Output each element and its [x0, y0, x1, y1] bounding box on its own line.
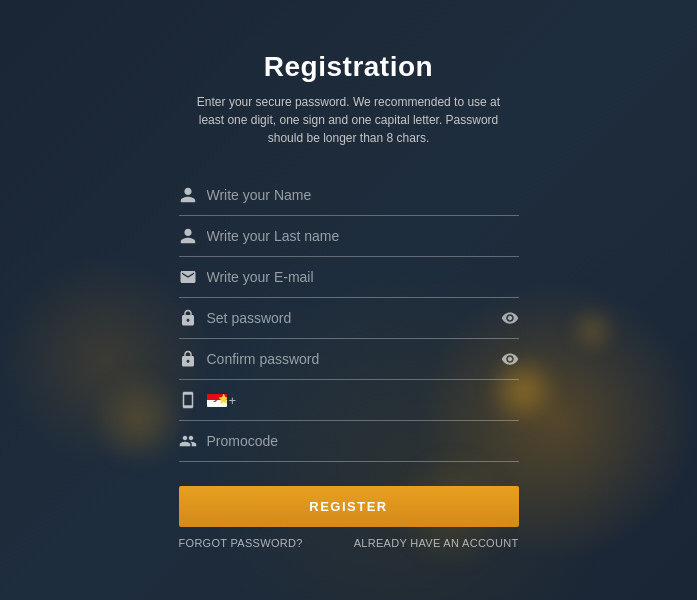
email-icon [179, 268, 197, 286]
phone-code: + [229, 393, 237, 408]
lock-icon-2 [179, 350, 197, 368]
lastname-input[interactable] [207, 226, 519, 246]
email-field-row [179, 257, 519, 298]
phone-icon [179, 391, 197, 409]
password-eye-icon[interactable] [501, 309, 519, 327]
promo-icon [179, 432, 197, 450]
already-account-link[interactable]: ALREADY HAVE AN ACCOUNT [354, 537, 519, 549]
phone-field-row: ☽⭐ + [179, 380, 519, 421]
password-input[interactable] [207, 308, 501, 328]
promocode-field-row [179, 421, 519, 462]
links-row: FORGOT PASSWORD? ALREADY HAVE AN ACCOUNT [179, 537, 519, 549]
forgot-password-link[interactable]: FORGOT PASSWORD? [179, 537, 303, 549]
lastname-field-row [179, 216, 519, 257]
password-field-row [179, 298, 519, 339]
registration-container: Registration Enter your secure password.… [179, 51, 519, 549]
promocode-input[interactable] [207, 431, 519, 451]
confirm-password-field-row [179, 339, 519, 380]
email-input[interactable] [207, 267, 519, 287]
page-subtitle: Enter your secure password. We recommend… [179, 93, 519, 147]
register-button[interactable]: REGISTER [179, 486, 519, 527]
name-input[interactable] [207, 185, 519, 205]
page-title: Registration [264, 51, 433, 83]
person-icon-2 [179, 227, 197, 245]
confirm-eye-icon[interactable] [501, 350, 519, 368]
phone-prefix: ☽⭐ + [207, 393, 237, 408]
person-icon [179, 186, 197, 204]
confirm-password-input[interactable] [207, 349, 501, 369]
flag-icon: ☽⭐ + [207, 393, 237, 408]
phone-input[interactable] [240, 390, 518, 410]
lock-icon [179, 309, 197, 327]
name-field-row [179, 175, 519, 216]
registration-form: ☽⭐ + [179, 175, 519, 462]
